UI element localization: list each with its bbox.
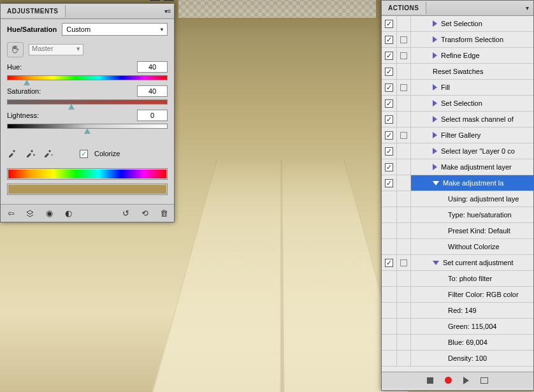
disclosure-triangle-icon[interactable] bbox=[433, 164, 437, 170]
action-enable-checkbox[interactable] bbox=[382, 207, 397, 222]
action-dialog-toggle[interactable] bbox=[397, 143, 411, 159]
eyedropper-icon[interactable] bbox=[7, 148, 18, 159]
disclosure-triangle-icon[interactable] bbox=[433, 100, 437, 106]
action-row[interactable]: Filter Gallery bbox=[382, 127, 533, 143]
action-row[interactable]: Preset Kind: Default bbox=[382, 223, 533, 239]
action-row[interactable]: Make adjustment layer bbox=[382, 159, 533, 175]
action-dialog-toggle[interactable] bbox=[397, 127, 411, 143]
action-row[interactable]: Blue: 69,004 bbox=[382, 335, 533, 351]
layers-icon[interactable] bbox=[25, 208, 35, 219]
action-row[interactable]: Set Selection bbox=[382, 96, 533, 112]
trash-icon[interactable]: 🗑 bbox=[159, 208, 169, 219]
lightness-thumb[interactable] bbox=[84, 128, 90, 134]
disclosure-triangle-icon[interactable] bbox=[433, 132, 437, 138]
action-enable-checkbox[interactable] bbox=[382, 127, 397, 143]
action-enable-checkbox[interactable] bbox=[382, 223, 397, 238]
action-dialog-toggle[interactable] bbox=[397, 112, 411, 127]
action-dialog-toggle[interactable] bbox=[397, 80, 411, 95]
reset-icon[interactable]: ⟲ bbox=[140, 208, 150, 219]
record-icon[interactable] bbox=[445, 377, 452, 384]
disclosure-triangle-icon[interactable] bbox=[433, 52, 437, 59]
colorize-checkbox[interactable] bbox=[80, 150, 88, 158]
action-enable-checkbox[interactable] bbox=[382, 239, 397, 254]
channel-select[interactable]: Master bbox=[29, 44, 83, 55]
action-row[interactable]: Set Selection bbox=[382, 16, 533, 32]
action-dialog-toggle[interactable] bbox=[397, 191, 411, 207]
action-dialog-toggle[interactable] bbox=[397, 175, 411, 191]
hand-icon[interactable] bbox=[7, 42, 24, 57]
action-dialog-toggle[interactable] bbox=[397, 48, 411, 63]
action-enable-checkbox[interactable] bbox=[382, 80, 397, 95]
disclosure-triangle-icon[interactable] bbox=[433, 36, 437, 43]
action-row[interactable]: Without Colorize bbox=[382, 239, 533, 255]
action-row[interactable]: Type: hue/saturation bbox=[382, 207, 533, 223]
back-arrow-icon[interactable]: ⇦ bbox=[6, 208, 16, 219]
hue-thumb[interactable] bbox=[24, 80, 30, 85]
action-row[interactable]: To: photo filter bbox=[382, 271, 533, 287]
action-row[interactable]: Using: adjustment laye bbox=[382, 191, 533, 207]
panel-menu-icon[interactable]: ▾≡ bbox=[161, 8, 174, 15]
disclosure-triangle-icon[interactable] bbox=[433, 84, 437, 91]
action-dialog-toggle[interactable] bbox=[397, 303, 411, 318]
preset-select[interactable]: Custom bbox=[62, 23, 168, 36]
action-dialog-toggle[interactable] bbox=[397, 16, 411, 31]
disclosure-triangle-icon[interactable] bbox=[433, 116, 437, 122]
action-enable-checkbox[interactable] bbox=[382, 175, 397, 191]
action-enable-checkbox[interactable] bbox=[382, 64, 397, 79]
action-dialog-toggle[interactable] bbox=[397, 64, 411, 79]
action-dialog-toggle[interactable] bbox=[397, 159, 411, 175]
action-row[interactable]: Refine Edge bbox=[382, 48, 533, 64]
action-dialog-toggle[interactable] bbox=[397, 223, 411, 238]
close-icon[interactable]: ✕ bbox=[164, 0, 174, 1]
hue-track[interactable] bbox=[7, 75, 168, 80]
action-row[interactable]: Set current adjustment bbox=[382, 255, 533, 271]
action-row[interactable]: Red: 149 bbox=[382, 303, 533, 319]
stop-icon[interactable] bbox=[427, 377, 433, 384]
action-dialog-toggle[interactable] bbox=[397, 335, 411, 350]
collapse-icon[interactable]: ◀◀ bbox=[150, 0, 160, 1]
action-enable-checkbox[interactable] bbox=[382, 303, 397, 318]
action-enable-checkbox[interactable] bbox=[382, 255, 397, 270]
action-enable-checkbox[interactable] bbox=[382, 351, 397, 366]
reset-ring-icon[interactable]: ↺ bbox=[120, 208, 131, 219]
action-dialog-toggle[interactable] bbox=[397, 271, 411, 286]
eye-icon[interactable]: ◉ bbox=[44, 208, 54, 219]
action-row[interactable]: Make adjustment la bbox=[382, 175, 533, 191]
action-dialog-toggle[interactable] bbox=[397, 96, 411, 111]
eyedropper-plus-icon[interactable] bbox=[25, 148, 36, 159]
action-enable-checkbox[interactable] bbox=[382, 48, 397, 63]
disclosure-triangle-icon[interactable] bbox=[433, 148, 437, 154]
lightness-input[interactable] bbox=[137, 110, 168, 121]
action-enable-checkbox[interactable] bbox=[382, 112, 397, 127]
action-enable-checkbox[interactable] bbox=[382, 271, 397, 286]
action-enable-checkbox[interactable] bbox=[382, 335, 397, 350]
action-row[interactable]: Density: 100 bbox=[382, 351, 533, 367]
action-row[interactable]: Filter Color: RGB color bbox=[382, 287, 533, 303]
action-enable-checkbox[interactable] bbox=[382, 32, 397, 47]
action-enable-checkbox[interactable] bbox=[382, 191, 397, 207]
hue-input[interactable] bbox=[137, 61, 168, 73]
action-row[interactable]: Transform Selection bbox=[382, 32, 533, 48]
disclosure-triangle-icon[interactable] bbox=[433, 261, 439, 265]
action-dialog-toggle[interactable] bbox=[397, 351, 411, 366]
tab-adjustments[interactable]: ADJUSTMENTS bbox=[1, 5, 66, 17]
disclosure-triangle-icon[interactable] bbox=[433, 181, 439, 185]
action-enable-checkbox[interactable] bbox=[382, 96, 397, 111]
action-enable-checkbox[interactable] bbox=[382, 159, 397, 175]
action-dialog-toggle[interactable] bbox=[397, 32, 411, 47]
saturation-input[interactable] bbox=[137, 85, 168, 97]
view-icon[interactable]: ◐ bbox=[63, 208, 73, 219]
action-dialog-toggle[interactable] bbox=[397, 287, 411, 302]
saturation-thumb[interactable] bbox=[68, 104, 75, 110]
action-enable-checkbox[interactable] bbox=[382, 319, 397, 334]
action-enable-checkbox[interactable] bbox=[382, 16, 397, 31]
action-dialog-toggle[interactable] bbox=[397, 319, 411, 334]
action-dialog-toggle[interactable] bbox=[397, 255, 411, 270]
new-set-icon[interactable] bbox=[480, 377, 488, 384]
disclosure-triangle-icon[interactable] bbox=[433, 20, 437, 27]
play-icon[interactable] bbox=[463, 377, 469, 384]
lightness-track[interactable] bbox=[7, 124, 168, 129]
eyedropper-minus-icon[interactable] bbox=[43, 148, 54, 159]
action-enable-checkbox[interactable] bbox=[382, 143, 397, 159]
action-row[interactable]: Fill bbox=[382, 80, 533, 96]
